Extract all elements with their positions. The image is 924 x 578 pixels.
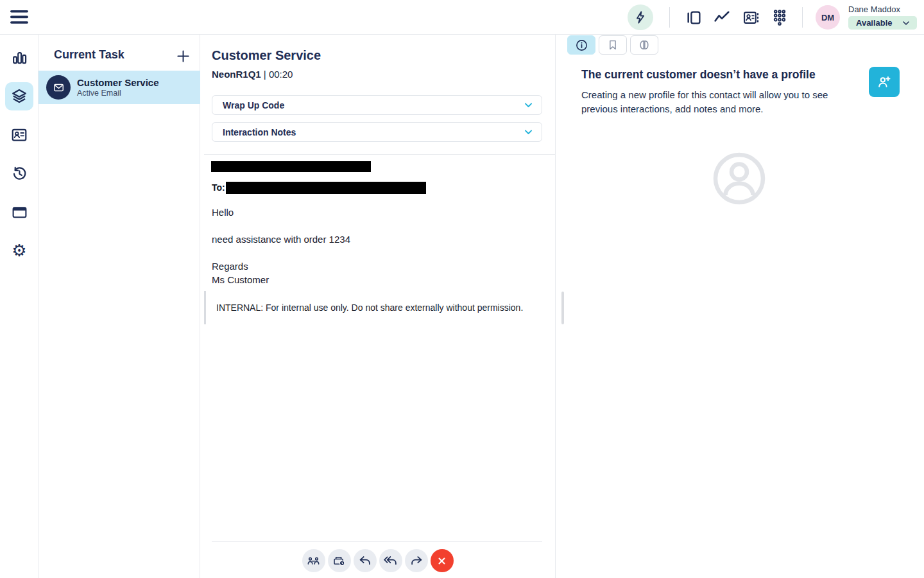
info-icon bbox=[575, 39, 588, 52]
agent-assist-button[interactable] bbox=[628, 4, 653, 30]
sidebar-item-history[interactable] bbox=[5, 159, 33, 188]
end-interaction-button[interactable] bbox=[431, 549, 454, 572]
task-panel-title: Current Task bbox=[54, 48, 124, 62]
browser-window-icon bbox=[12, 204, 28, 220]
email-body-line: Regards bbox=[212, 261, 248, 272]
interaction-meta: NeonR1Q1 | 00:20 bbox=[212, 69, 293, 80]
email-header-divider bbox=[204, 154, 556, 155]
task-list-item[interactable]: Customer Service Active Email bbox=[38, 71, 200, 104]
user-name: Dane Maddox bbox=[848, 4, 900, 14]
menu-button[interactable] bbox=[10, 10, 28, 24]
create-profile-button[interactable] bbox=[869, 67, 900, 97]
email-body-line: need assistance with order 1234 bbox=[212, 234, 350, 245]
brain-icon bbox=[638, 39, 651, 51]
task-item-subtitle: Active Email bbox=[77, 89, 159, 98]
apps-dialpad-button[interactable] bbox=[769, 7, 791, 28]
customer-profile-panel: The current customer doesn’t have a prof… bbox=[556, 35, 924, 578]
avatar-initials: DM bbox=[821, 13, 834, 22]
reply-all-button[interactable] bbox=[379, 549, 402, 572]
redacted-recipient-bar bbox=[226, 182, 426, 194]
panels-icon bbox=[685, 10, 701, 26]
task-item-title: Customer Service bbox=[77, 77, 159, 89]
no-profile-description: Creating a new profile for this contact … bbox=[581, 88, 846, 116]
reply-all-icon bbox=[384, 554, 398, 568]
sidebar-item-contacts[interactable] bbox=[5, 121, 33, 149]
envelope-icon bbox=[53, 82, 64, 93]
chevron-down-icon bbox=[902, 19, 911, 28]
interaction-title: Customer Service bbox=[212, 48, 321, 63]
topbar-divider bbox=[669, 7, 670, 28]
email-task-badge bbox=[46, 75, 71, 100]
forward-button[interactable] bbox=[405, 549, 428, 572]
reply-icon bbox=[358, 554, 372, 568]
contact-card-icon bbox=[11, 127, 28, 143]
chevron-down-icon bbox=[523, 100, 534, 110]
panel-scrollbar-thumb[interactable] bbox=[561, 292, 564, 324]
interaction-id: NeonR1Q1 bbox=[212, 69, 261, 80]
directory-button[interactable] bbox=[740, 7, 762, 28]
chevron-down-icon bbox=[523, 127, 534, 137]
park-email-icon bbox=[332, 554, 346, 568]
email-body-line: Ms Customer bbox=[212, 274, 269, 285]
sidebar-item-windows[interactable] bbox=[5, 198, 33, 226]
tab-profile-info[interactable] bbox=[567, 35, 595, 55]
bookmark-icon bbox=[607, 39, 619, 51]
redacted-subject-bar bbox=[211, 161, 371, 172]
internal-note-text: INTERNAL: For internal use only. Do not … bbox=[206, 302, 523, 313]
email-to-label: To: bbox=[212, 182, 225, 193]
lightning-icon bbox=[633, 10, 647, 24]
park-email-button[interactable] bbox=[328, 549, 351, 572]
history-clock-icon bbox=[11, 165, 28, 182]
nav-rail: ⚙ bbox=[0, 35, 38, 578]
profile-panel-tabs bbox=[567, 35, 658, 55]
layers-icon bbox=[11, 88, 28, 105]
email-action-toolbar bbox=[200, 549, 555, 572]
topbar-divider bbox=[802, 7, 803, 28]
profile-placeholder-icon bbox=[711, 150, 767, 207]
dialpad-icon bbox=[773, 9, 786, 26]
interaction-panel: Customer Service NeonR1Q1 | 00:20 Wrap U… bbox=[200, 35, 556, 578]
toolbar-divider bbox=[212, 541, 542, 542]
bar-chart-icon bbox=[12, 50, 28, 66]
sidebar-item-settings[interactable]: ⚙ bbox=[5, 236, 33, 265]
interactions-panel-button[interactable] bbox=[682, 7, 704, 28]
interaction-notes-accordion[interactable]: Interaction Notes bbox=[212, 122, 542, 142]
tab-agent-assist[interactable] bbox=[630, 35, 658, 55]
gear-icon: ⚙ bbox=[12, 242, 26, 259]
person-plus-icon bbox=[877, 74, 893, 90]
forward-icon bbox=[409, 554, 424, 568]
line-chart-icon bbox=[714, 9, 730, 26]
plus-icon bbox=[176, 49, 191, 64]
wrap-up-code-accordion[interactable]: Wrap Up Code bbox=[212, 95, 542, 115]
email-body-line: Hello bbox=[212, 207, 234, 218]
presence-status-dropdown[interactable]: Available bbox=[848, 16, 917, 30]
contact-card-icon bbox=[743, 10, 759, 26]
close-icon bbox=[436, 555, 448, 567]
status-label: Available bbox=[856, 18, 893, 28]
reply-button[interactable] bbox=[354, 549, 377, 572]
no-profile-title: The current customer doesn’t have a prof… bbox=[581, 68, 851, 82]
accordion-label: Wrap Up Code bbox=[223, 100, 284, 110]
transfer-button[interactable] bbox=[302, 549, 325, 572]
current-task-panel: Current Task Customer Service Active Ema… bbox=[38, 35, 200, 578]
add-task-button[interactable] bbox=[175, 48, 191, 64]
people-transfer-icon bbox=[307, 554, 320, 568]
tab-bookmarks[interactable] bbox=[599, 35, 627, 55]
internal-note-block: INTERNAL: For internal use only. Do not … bbox=[204, 291, 556, 324]
hamburger-icon bbox=[10, 10, 28, 24]
performance-button[interactable] bbox=[711, 7, 733, 28]
meta-separator: | bbox=[261, 69, 269, 80]
user-avatar[interactable]: DM bbox=[816, 5, 840, 30]
interaction-timer: 00:20 bbox=[269, 69, 293, 80]
top-bar: DM Dane Maddox Available bbox=[0, 0, 924, 35]
sidebar-item-interactions[interactable] bbox=[5, 82, 33, 110]
sidebar-item-activity[interactable] bbox=[5, 44, 33, 72]
accordion-label: Interaction Notes bbox=[223, 127, 296, 137]
app-window: DM Dane Maddox Available bbox=[0, 0, 924, 578]
